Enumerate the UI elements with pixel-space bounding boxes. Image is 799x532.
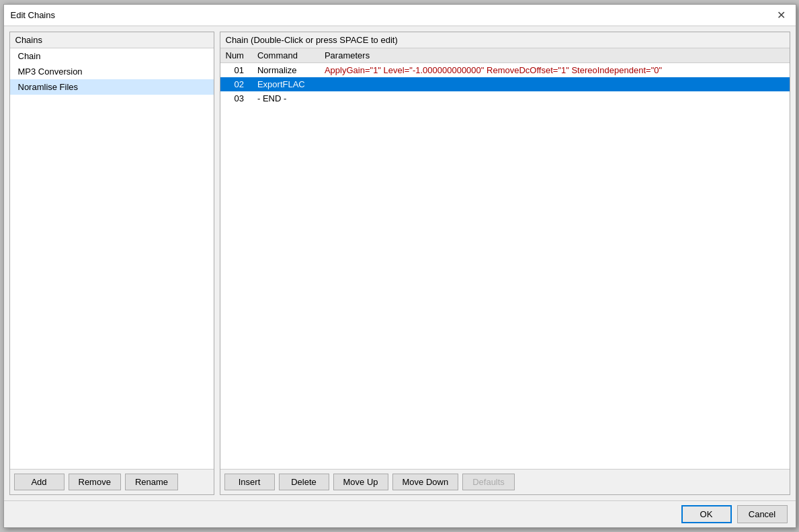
chain-detail-panel: Chain (Double-Click or press SPACE to ed…	[220, 32, 790, 495]
ok-button[interactable]: OK	[681, 505, 732, 523]
chains-left-panel: Chains ChainMP3 ConversionNoramlise File…	[9, 32, 214, 495]
dialog-title: Edit Chains	[11, 10, 55, 20]
right-panel-buttons: Insert Delete Move Up Move Down Defaults	[220, 469, 790, 494]
row-num: 03	[220, 91, 252, 105]
row-command: ExportFLAC	[252, 77, 319, 91]
insert-button[interactable]: Insert	[224, 474, 275, 490]
close-button[interactable]: ✕	[774, 8, 789, 23]
defaults-button[interactable]: Defaults	[462, 474, 515, 490]
move-up-button[interactable]: Move Up	[333, 474, 388, 490]
dialog-footer: OK Cancel	[4, 500, 796, 527]
table-row[interactable]: 03- END -	[220, 91, 790, 105]
row-command: - END -	[252, 91, 319, 105]
col-num: Num	[220, 48, 252, 63]
cancel-button[interactable]: Cancel	[737, 505, 788, 523]
move-down-button[interactable]: Move Down	[392, 474, 459, 490]
remove-chain-button[interactable]: Remove	[69, 474, 121, 490]
chain-detail-header: Chain (Double-Click or press SPACE to ed…	[220, 32, 790, 48]
row-num: 02	[220, 77, 252, 91]
table-header-row: Num Command Parameters	[220, 48, 790, 63]
chain-list-item[interactable]: MP3 Conversion	[10, 64, 214, 79]
rename-chain-button[interactable]: Rename	[125, 474, 178, 490]
chain-list-item[interactable]: Chain	[10, 48, 214, 64]
chain-list: ChainMP3 ConversionNoramlise Files	[10, 48, 214, 469]
row-num: 01	[220, 63, 252, 78]
table-row[interactable]: 01NormalizeApplyGain="1" Level="-1.00000…	[220, 63, 790, 78]
row-params	[319, 77, 790, 91]
chains-panel-header: Chains	[10, 32, 214, 48]
chain-list-item[interactable]: Noramlise Files	[10, 79, 214, 95]
row-params	[319, 91, 790, 105]
left-panel-buttons: Add Remove Rename	[10, 469, 214, 494]
command-table-container: Num Command Parameters 01NormalizeApplyG…	[220, 48, 790, 469]
col-parameters: Parameters	[319, 48, 790, 63]
row-command: Normalize	[252, 63, 319, 78]
title-bar: Edit Chains ✕	[4, 5, 796, 26]
delete-button[interactable]: Delete	[279, 474, 329, 490]
add-chain-button[interactable]: Add	[14, 474, 65, 490]
row-params: ApplyGain="1" Level="-1.000000000000" Re…	[319, 63, 790, 78]
table-row[interactable]: 02ExportFLAC	[220, 77, 790, 91]
command-table: Num Command Parameters 01NormalizeApplyG…	[220, 48, 790, 105]
edit-chains-dialog: Edit Chains ✕ Chains ChainMP3 Conversion…	[3, 4, 796, 528]
command-table-body: 01NormalizeApplyGain="1" Level="-1.00000…	[220, 63, 790, 106]
dialog-content: Chains ChainMP3 ConversionNoramlise File…	[4, 26, 796, 500]
col-command: Command	[252, 48, 319, 63]
